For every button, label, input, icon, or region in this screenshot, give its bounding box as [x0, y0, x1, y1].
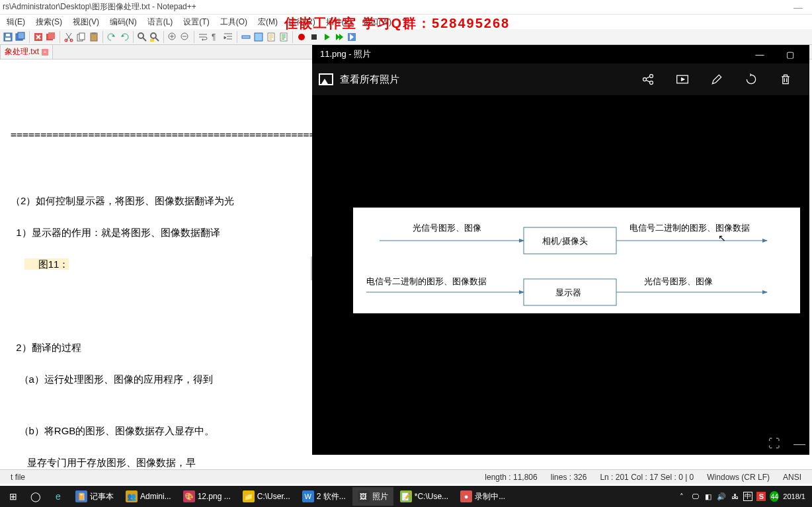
- play-icon[interactable]: [321, 32, 332, 42]
- slideshow-icon[interactable]: [676, 73, 689, 86]
- menu-tools[interactable]: 工具(O): [215, 15, 253, 29]
- network-icon[interactable]: 🖧: [730, 492, 739, 501]
- edit-icon[interactable]: [710, 73, 723, 86]
- sb-length: length : 11,806: [478, 473, 544, 482]
- wordwrap-icon[interactable]: [198, 32, 208, 42]
- system-tray[interactable]: ˄ 🖵 ◧ 🔊 🖧 中 S 44 2018/1: [677, 492, 809, 501]
- tray-icon[interactable]: ◧: [704, 492, 713, 501]
- menu-search[interactable]: 搜索(S): [30, 15, 67, 29]
- menu-plugins[interactable]: 插件(P): [321, 15, 358, 29]
- menu-macro[interactable]: 宏(M): [253, 15, 283, 29]
- zoom-in-icon[interactable]: [167, 32, 178, 42]
- taskbar-app[interactable]: 📔记事本: [70, 487, 119, 506]
- saveall-icon[interactable]: [15, 32, 26, 42]
- delete-icon[interactable]: [779, 73, 792, 86]
- app-icon: 🖼: [358, 490, 370, 502]
- app-icon: W: [302, 490, 314, 502]
- toolbar-separator: [29, 31, 30, 43]
- stop-icon[interactable]: [309, 32, 319, 42]
- window-minimize-icon[interactable]: —: [787, 2, 809, 13]
- unfold-icon[interactable]: [253, 32, 264, 42]
- sb-filetype: t file: [4, 473, 32, 482]
- taskbar-app[interactable]: W2 软件...: [297, 487, 351, 506]
- svg-rect-16: [150, 39, 154, 42]
- share-icon[interactable]: [641, 73, 655, 86]
- edge-icon[interactable]: e: [48, 487, 69, 506]
- app-label: 记事本: [90, 491, 114, 502]
- svg-rect-2: [6, 34, 10, 36]
- playmulti-icon[interactable]: [334, 32, 345, 42]
- volume-icon[interactable]: 🔊: [717, 492, 726, 501]
- cortana-icon[interactable]: ◯: [25, 487, 46, 506]
- undo-icon[interactable]: [106, 32, 117, 42]
- indent-icon[interactable]: [223, 32, 233, 42]
- menu-window[interactable]: 窗口(W): [358, 15, 397, 29]
- start-button[interactable]: ⊞: [3, 487, 24, 506]
- fit-icon[interactable]: ⛶: [768, 437, 780, 451]
- copy-icon[interactable]: [76, 32, 87, 42]
- menu-run[interactable]: 运行(R): [283, 15, 321, 29]
- toolbar-separator: [194, 31, 194, 43]
- menu-encoding[interactable]: 编码(N): [104, 15, 142, 29]
- fold-icon[interactable]: [241, 32, 251, 42]
- photos-bottom-controls: ⛶ —: [768, 437, 805, 451]
- replace-icon[interactable]: [149, 32, 160, 42]
- photos-title-text: 11.png - 照片: [316, 48, 371, 60]
- save-icon[interactable]: [3, 32, 13, 42]
- gallery-icon[interactable]: [319, 73, 333, 85]
- showchars-icon[interactable]: ¶: [210, 32, 221, 42]
- svg-point-9: [70, 39, 73, 42]
- tray-num-icon[interactable]: 44: [770, 492, 779, 501]
- tray-s-icon[interactable]: S: [756, 492, 766, 501]
- taskbar-app[interactable]: 📝*C:\Use...: [395, 487, 454, 506]
- doc1-icon[interactable]: [266, 32, 276, 42]
- photos-minimize-icon[interactable]: —: [745, 45, 775, 63]
- sb-lines: lines : 326: [544, 473, 594, 482]
- record-icon[interactable]: [296, 32, 307, 42]
- taskbar-app[interactable]: 👥Admini...: [120, 487, 177, 506]
- zoom-out-icon[interactable]: [180, 32, 190, 42]
- doc2-icon[interactable]: [278, 32, 289, 42]
- menu-settings[interactable]: 设置(T): [178, 15, 214, 29]
- npp-titlebar: rs\Administrator\Desktop\图形图像处理.txt - No…: [0, 0, 812, 15]
- menu-help[interactable]: ?: [397, 16, 412, 28]
- svg-rect-21: [255, 33, 263, 41]
- menu-edit[interactable]: 辑(E): [1, 15, 30, 29]
- app-icon: ●: [460, 490, 472, 502]
- toolbar-separator: [102, 31, 103, 43]
- photos-maximize-icon[interactable]: ▢: [775, 45, 805, 63]
- svg-point-24: [298, 34, 305, 40]
- find-icon[interactable]: [137, 32, 147, 42]
- diag-label: 电信号二进制的图形、图像数据: [629, 223, 750, 233]
- taskbar: ⊞ ◯ e 📔记事本👥Admini...🎨12.png ...📁C:\User.…: [0, 486, 812, 507]
- zoomout-icon[interactable]: —: [793, 437, 805, 451]
- clock-date[interactable]: 2018/1: [783, 492, 805, 500]
- rotate-icon[interactable]: [745, 73, 758, 86]
- closeall-icon[interactable]: [46, 32, 56, 42]
- menu-language[interactable]: 语言(L): [142, 15, 179, 29]
- tray-icon[interactable]: 🖵: [690, 492, 700, 501]
- taskbar-app[interactable]: 🎨12.png ...: [178, 487, 236, 506]
- taskbar-app[interactable]: 🖼照片: [352, 487, 393, 506]
- svg-rect-7: [48, 32, 55, 39]
- paste-icon[interactable]: [89, 32, 99, 42]
- savemacro-icon[interactable]: [346, 32, 357, 42]
- svg-point-14: [138, 33, 143, 38]
- svg-point-15: [151, 33, 156, 38]
- taskbar-app[interactable]: ●录制中...: [455, 487, 510, 506]
- svg-rect-1: [5, 38, 11, 40]
- photos-toolbar: 查看所有照片: [312, 63, 809, 95]
- redo-icon[interactable]: [119, 32, 130, 42]
- taskbar-app[interactable]: 📁C:\User...: [237, 487, 296, 506]
- menu-view[interactable]: 视图(V): [67, 15, 104, 29]
- file-tab[interactable]: 象处理.txt ×: [0, 44, 53, 59]
- cut-icon[interactable]: [63, 32, 74, 42]
- view-all-label[interactable]: 查看所有照片: [340, 73, 399, 86]
- photos-titlebar[interactable]: 11.png - 照片 — ▢: [312, 45, 809, 63]
- ime-icon[interactable]: 中: [743, 492, 752, 501]
- close-icon[interactable]: [33, 32, 44, 42]
- app-icon: 📝: [400, 490, 412, 502]
- photos-content[interactable]: 光信号图形、图像 相机/摄像头 电信号二进制的图形、图像数据 电信号二进制的图形…: [312, 95, 809, 455]
- tray-up-icon[interactable]: ˄: [677, 492, 686, 501]
- tab-close-icon[interactable]: ×: [42, 49, 48, 56]
